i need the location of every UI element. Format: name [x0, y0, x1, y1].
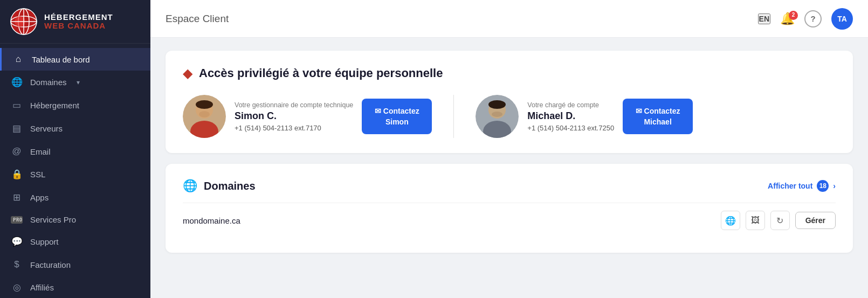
contact-btn-icon: ✉ Contactez [636, 106, 680, 116]
team-member-michael: Votre chargé de compte Michael D. +1 (51… [476, 95, 693, 138]
member-role-michael: Votre chargé de compte [527, 101, 614, 109]
member-phone-michael: +1 (514) 504-2113 ext.7250 [527, 124, 614, 132]
svg-point-11 [199, 111, 210, 117]
team-card-header: ◆ Accès privilégié à votre équipe person… [183, 66, 836, 81]
team-card: ◆ Accès privilégié à votre équipe person… [166, 51, 853, 153]
avatar-simon [183, 95, 226, 138]
sidebar-item-label: Tableau de bord [32, 55, 90, 64]
sidebar-item-domaines[interactable]: 🌐 Domaines ▾ [0, 71, 150, 94]
svg-point-16 [492, 112, 502, 117]
sidebar-item-facturation[interactable]: $ Facturation [0, 253, 150, 276]
page-content: ◆ Accès privilégié à votre équipe person… [150, 38, 868, 298]
domains-count-badge: 18 [817, 180, 829, 192]
sidebar-item-serveurs[interactable]: ▤ Serveurs [0, 117, 150, 140]
sidebar-item-label: Facturation [30, 260, 71, 269]
sidebar: HÉBERGEMENT WEB CANADA ⌂ Tableau de bord… [0, 0, 150, 298]
pro-badge-icon: PRO [11, 216, 23, 224]
sidebar-item-label: Serveurs [30, 124, 63, 133]
apps-icon: ⊞ [11, 192, 23, 203]
domain-name: mondomaine.ca [183, 216, 240, 225]
affiliates-icon: ◎ [11, 282, 23, 293]
chevron-right-icon: › [833, 182, 836, 190]
team-members: Votre gestionnaire de compte technique S… [183, 95, 836, 138]
sidebar-item-affilies[interactable]: ◎ Affiliés [0, 276, 150, 298]
sidebar-item-label: Domaines [30, 78, 67, 87]
domains-card: 🌐 Domaines Afficher tout 18 › mondomaine… [166, 164, 853, 253]
member-info-michael: Votre chargé de compte Michael D. +1 (51… [527, 101, 614, 132]
member-divider [453, 95, 454, 138]
member-phone-simon: +1 (514) 504-2113 ext.7170 [235, 124, 353, 132]
svg-point-10 [196, 100, 213, 109]
sidebar-item-hebergement[interactable]: ▭ Hébergement [0, 94, 150, 117]
sidebar-navigation: ⌂ Tableau de bord 🌐 Domaines ▾ ▭ Héberge… [0, 44, 150, 298]
globe-nav-icon: 🌐 [11, 77, 23, 88]
section-title-wrap: 🌐 Domaines [183, 179, 256, 193]
sidebar-item-label: Hébergement [30, 101, 79, 110]
sidebar-item-apps[interactable]: ⊞ Apps [0, 186, 150, 209]
domain-card-button[interactable]: 🖼 [746, 211, 765, 230]
server-icon: ▭ [11, 100, 23, 111]
sidebar-item-label: Apps [30, 193, 49, 202]
notifications-button[interactable]: 🔔 2 [780, 13, 795, 25]
lock-icon: 🔒 [11, 169, 23, 180]
domain-actions: 🌐 🖼 ↻ Gérer [721, 211, 836, 230]
avatar-michael [476, 95, 519, 138]
domain-manage-button[interactable]: Gérer [795, 212, 836, 229]
domain-row: mondomaine.ca 🌐 🖼 ↻ Gérer [183, 203, 836, 238]
page-title: Espace Client [166, 13, 229, 25]
notification-badge: 2 [789, 11, 798, 20]
sidebar-item-label: Support [30, 237, 59, 246]
language-switcher[interactable]: EN [758, 13, 770, 24]
sidebar-item-ssl[interactable]: 🔒 SSL [0, 163, 150, 186]
sidebar-logo: HÉBERGEMENT WEB CANADA [0, 0, 150, 44]
domains-globe-icon: 🌐 [183, 179, 197, 193]
sidebar-item-label: Email [30, 147, 51, 156]
member-name-simon: Simon C. [235, 110, 353, 122]
sidebar-item-label: Services Pro [30, 215, 76, 224]
header-actions: EN 🔔 2 ? TA [758, 8, 853, 30]
billing-icon: $ [11, 259, 23, 270]
domain-refresh-button[interactable]: ↻ [770, 211, 790, 230]
diamond-icon: ◆ [183, 66, 192, 81]
svg-point-15 [488, 100, 506, 109]
view-all-domains-link[interactable]: Afficher tout 18 › [768, 180, 836, 192]
member-info-simon: Votre gestionnaire de compte technique S… [235, 101, 353, 132]
user-avatar[interactable]: TA [831, 8, 853, 30]
contact-simon-button[interactable]: ✉ Contactez Simon [362, 99, 432, 134]
contact-btn-name: Simon [385, 117, 409, 127]
sidebar-item-support[interactable]: 💬 Support [0, 230, 150, 253]
logo-icon [10, 8, 38, 36]
sidebar-item-email[interactable]: @ Email [0, 140, 150, 163]
team-card-title: Accès privilégié à votre équipe personne… [199, 66, 443, 80]
member-name-michael: Michael D. [527, 110, 614, 122]
sidebar-item-services-pro[interactable]: PRO Services Pro [0, 209, 150, 230]
support-icon: 💬 [11, 236, 23, 247]
logo-line2: WEB CANADA [44, 22, 113, 31]
header: Espace Client EN 🔔 2 ? TA [150, 0, 868, 38]
monitor-icon: ▤ [11, 123, 23, 134]
home-icon: ⌂ [12, 54, 24, 65]
domains-section-header: 🌐 Domaines Afficher tout 18 › [183, 179, 836, 193]
team-member-simon: Votre gestionnaire de compte technique S… [183, 95, 432, 138]
sidebar-item-tableau-de-bord[interactable]: ⌂ Tableau de bord [0, 48, 150, 71]
sidebar-item-label: SSL [30, 170, 45, 179]
contact-btn-name: Michael [644, 117, 671, 127]
view-all-label: Afficher tout [768, 182, 812, 190]
contact-michael-button[interactable]: ✉ Contactez Michael [623, 99, 693, 134]
chevron-down-icon: ▾ [77, 79, 80, 86]
help-button[interactable]: ? [804, 10, 822, 27]
domain-globe-button[interactable]: 🌐 [721, 211, 740, 230]
logo-text: HÉBERGEMENT WEB CANADA [44, 13, 113, 31]
at-icon: @ [11, 146, 23, 157]
contact-btn-icon: ✉ Contactez [375, 106, 419, 116]
sidebar-item-label: Affiliés [30, 283, 54, 292]
member-role-simon: Votre gestionnaire de compte technique [235, 101, 353, 109]
main-content: Espace Client EN 🔔 2 ? TA ◆ Accès privil… [150, 0, 868, 298]
domains-section-title: Domaines [204, 180, 256, 192]
logo-line1: HÉBERGEMENT [44, 13, 113, 22]
